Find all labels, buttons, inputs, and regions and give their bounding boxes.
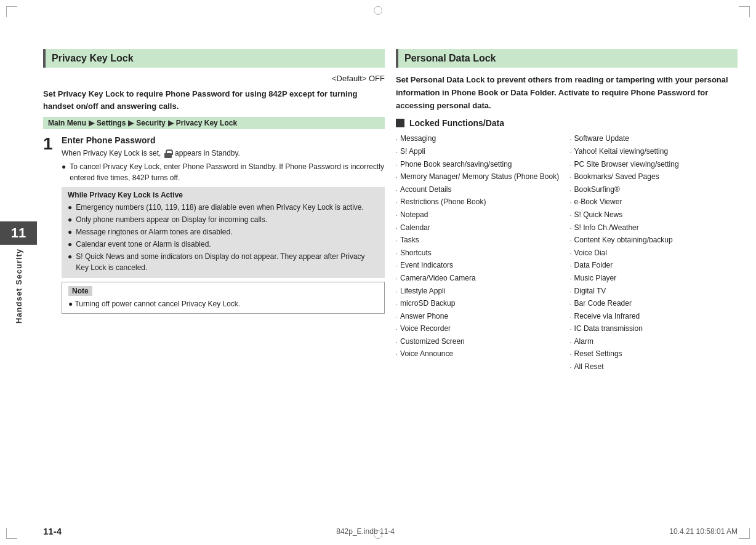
list-dot: · — [570, 349, 572, 360]
list-dot: · — [570, 197, 572, 209]
list-item-text: Account Details — [400, 184, 451, 196]
side-tab-number: 11 — [0, 221, 37, 245]
list-item-text: Lifestyle Appli — [400, 285, 445, 297]
breadcrumb-arrow-2: ▶ — [128, 119, 134, 127]
list-item-text: Content Key obtaining/backup — [574, 234, 673, 246]
list-dot: · — [396, 337, 398, 348]
list-item-text: Bar Code Reader — [574, 298, 632, 309]
while-bullet-1-text: Emergency numbers (110, 119, 118) are di… — [76, 202, 364, 213]
list-item: ·Account Details — [396, 184, 564, 196]
list-item: ·Answer Phone — [396, 311, 564, 323]
list-dot: · — [570, 324, 572, 335]
list-dot: · — [570, 185, 572, 196]
while-bullet-2: ● Only phone numbers appear on Display f… — [68, 214, 379, 225]
list-item: ·Alarm — [570, 336, 738, 348]
list-item: ·Content Key obtaining/backup — [570, 234, 738, 247]
list-dot: · — [570, 134, 572, 145]
lock-icon — [164, 149, 172, 158]
list-item: ·e-Book Viewer — [570, 196, 738, 209]
list-item-text: All Reset — [574, 361, 604, 373]
list-item-text: Memory Manager/ Memory Status (Phone Boo… — [400, 171, 559, 183]
list-dot: · — [396, 134, 398, 145]
step1-number: 1 — [43, 135, 57, 314]
footer: 11-4 842p_E.indb 11-4 10.4.21 10:58:01 A… — [43, 526, 738, 536]
list-dot: · — [396, 274, 398, 285]
list-item-text: Digital TV — [574, 285, 606, 297]
breadcrumb-privacy-key-lock: Privacy Key Lock — [176, 119, 237, 127]
locked-header: Locked Functions/Data — [396, 118, 738, 128]
default-line: <Default> OFF — [43, 74, 385, 83]
page-number: 11-4 — [43, 526, 62, 536]
while-bullet-3-text: Message ringtones or Alarm tones are dis… — [76, 226, 232, 237]
locked-square-icon — [396, 119, 404, 127]
while-bullet-3: ● Message ringtones or Alarm tones are d… — [68, 226, 379, 237]
breadcrumb-main-menu: Main Menu — [48, 119, 86, 127]
bullet-dot-1: ● — [62, 161, 66, 183]
list-item-text: Alarm — [574, 336, 593, 348]
list-item: ·S! Info Ch./Weather — [570, 222, 738, 234]
list-item-text: microSD Backup — [400, 298, 455, 309]
list-dot: · — [396, 287, 398, 298]
list-dot: · — [570, 223, 572, 234]
list-item: ·Digital TV — [570, 285, 738, 298]
list-item-text: S! Info Ch./Weather — [574, 222, 639, 234]
note-content: ● Turning off power cannot cancel Privac… — [68, 298, 378, 309]
list-item: ·Reset Settings — [570, 348, 738, 360]
left-column: Privacy Key Lock <Default> OFF Set Priva… — [43, 49, 385, 508]
main-content: Privacy Key Lock <Default> OFF Set Priva… — [43, 49, 738, 508]
list-item: ·Lifestyle Appli — [396, 285, 564, 298]
list-item-text: Event Indicators — [400, 260, 453, 271]
while-bullet-5: ● S! Quick News and some indicators on D… — [68, 251, 379, 273]
corner-mark-br — [739, 528, 750, 539]
list-item-text: Software Update — [574, 133, 629, 145]
list-dot: · — [570, 287, 572, 298]
side-tab: 11 Handset Security — [0, 221, 37, 324]
while-bullet-4-text: Calendar event tone or Alarm is disabled… — [76, 239, 211, 250]
list-item: ·PC Site Browser viewing/setting — [570, 159, 738, 171]
list-item-text: S! Appli — [400, 146, 425, 157]
corner-mark-tl — [6, 6, 17, 17]
locked-header-text: Locked Functions/Data — [409, 118, 504, 128]
list-item-text: Tasks — [400, 234, 419, 246]
breadcrumb-security: Security — [136, 119, 165, 127]
side-tab-label: Handset Security — [14, 249, 23, 324]
while-active-title: While Privacy Key Lock is Active — [68, 191, 379, 199]
list-item-text: Voice Dial — [574, 247, 607, 259]
file-info: 842p_E.indb 11-4 — [336, 527, 395, 536]
corner-mark-tr — [739, 6, 750, 17]
step1-content: Enter Phone Password When Privacy Key Lo… — [62, 135, 385, 314]
list-item: ·S! Appli — [396, 146, 564, 158]
list-item: ·Bar Code Reader — [570, 298, 738, 310]
list-item-text: Restrictions (Phone Book) — [400, 196, 486, 208]
list-item-text: Camera/Video Camera — [400, 272, 476, 284]
list-dot: · — [396, 299, 398, 310]
while-bullet-1: ● Emergency numbers (110, 119, 118) are … — [68, 202, 379, 213]
list-dot: · — [396, 261, 398, 272]
list-item: ·Music Player — [570, 272, 738, 285]
list-dot: · — [570, 337, 572, 348]
top-center-mark — [374, 6, 382, 15]
list-item: ·Notepad — [396, 209, 564, 221]
list-dot: · — [570, 299, 572, 310]
step1-bullet1: ● To cancel Privacy Key Lock, enter Phon… — [62, 161, 385, 183]
while-bullet-5-text: S! Quick News and some indicators on Dis… — [76, 251, 379, 273]
left-list-col: ·Messaging·S! Appli·Phone Book search/sa… — [396, 133, 564, 373]
list-item-text: Calendar — [400, 222, 430, 234]
list-dot: · — [396, 160, 398, 171]
breadcrumb-arrow-1: ▶ — [89, 119, 94, 127]
list-dot: · — [570, 172, 572, 183]
list-item: ·Receive via Infrared — [570, 311, 738, 323]
list-dot: · — [396, 185, 398, 196]
list-item-text: Shortcuts — [400, 247, 432, 259]
list-item-text: PC Site Browser viewing/setting — [574, 159, 679, 170]
list-item-text: BookSurfing® — [574, 184, 620, 196]
page-wrapper: 11 Handset Security Privacy Key Lock <De… — [0, 0, 756, 545]
list-item: ·Voice Announce — [396, 348, 564, 360]
breadcrumb-arrow-3: ▶ — [168, 119, 174, 127]
list-item: ·Memory Manager/ Memory Status (Phone Bo… — [396, 171, 564, 183]
step1-title: Enter Phone Password — [62, 135, 385, 145]
right-section-title: Personal Data Lock — [396, 49, 738, 68]
list-item-text: Voice Announce — [400, 348, 453, 360]
while-active-box: While Privacy Key Lock is Active ● Emerg… — [62, 187, 385, 278]
list-item: ·Messaging — [396, 133, 564, 145]
